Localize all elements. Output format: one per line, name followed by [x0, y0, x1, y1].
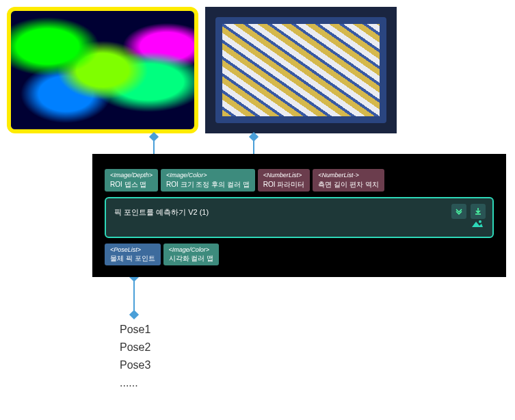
download-icon[interactable] [471, 204, 486, 219]
port-type: <NumberList-> [318, 172, 378, 180]
expand-down-icon[interactable] [451, 204, 466, 219]
node-body[interactable]: 픽 포인트를 예측하기 V2 (1) [105, 197, 494, 238]
connector-endpoint [149, 132, 159, 142]
port-type: <Image/Color> [169, 246, 214, 254]
node-action-icons [451, 204, 486, 219]
depth-map-image [7, 7, 198, 133]
pose-output-list: Pose1 Pose2 Pose3 ...... [120, 321, 150, 393]
svg-point-0 [479, 220, 481, 223]
port-type: <PoseList> [110, 246, 155, 254]
connector-endpoint [249, 132, 259, 142]
input-port-color[interactable]: <Image/Color> ROI 크기 조정 후의 컬러 맵 [161, 169, 255, 192]
node-title: 픽 포인트를 예측하기 V2 (1) [114, 208, 209, 216]
visibility-icon[interactable] [471, 219, 484, 233]
connector-endpoint [129, 310, 139, 319]
output-port-colormap[interactable]: <Image/Color> 시각화 컬러 맵 [163, 244, 220, 266]
pose-item: Pose2 [120, 339, 150, 356]
node-panel: <Image/Depth> ROI 뎁스 맵 <Image/Color> ROI… [92, 154, 506, 277]
output-ports-row: <PoseList> 물체 픽 포인트 <Image/Color> 시각화 컬러… [105, 244, 494, 266]
pose-item: Pose1 [120, 321, 150, 338]
port-label: ROI 파라미터 [263, 180, 305, 189]
input-port-roi-param[interactable]: <NumberList> ROI 파라미터 [258, 169, 311, 192]
port-type: <Image/Color> [166, 172, 250, 180]
pose-item: ...... [120, 375, 150, 391]
input-ports-row: <Image/Depth> ROI 뎁스 맵 <Image/Color> ROI… [105, 169, 494, 192]
input-port-depth[interactable]: <Image/Depth> ROI 뎁스 맵 [105, 169, 158, 192]
pose-item: Pose3 [120, 357, 150, 373]
port-label: 시각화 컬러 맵 [169, 254, 214, 263]
port-type: <Image/Depth> [110, 172, 153, 180]
color-map-image [205, 7, 397, 133]
output-port-poselist[interactable]: <PoseList> 물체 픽 포인트 [105, 244, 161, 266]
input-port-threshold[interactable]: <NumberList-> 측면 길이 편차 역치 [313, 169, 384, 192]
port-type: <NumberList> [263, 172, 305, 180]
port-label: 측면 길이 편차 역치 [318, 180, 378, 189]
port-label: 물체 픽 포인트 [110, 254, 155, 263]
port-label: ROI 크기 조정 후의 컬러 맵 [166, 180, 250, 189]
port-label: ROI 뎁스 맵 [110, 180, 153, 189]
